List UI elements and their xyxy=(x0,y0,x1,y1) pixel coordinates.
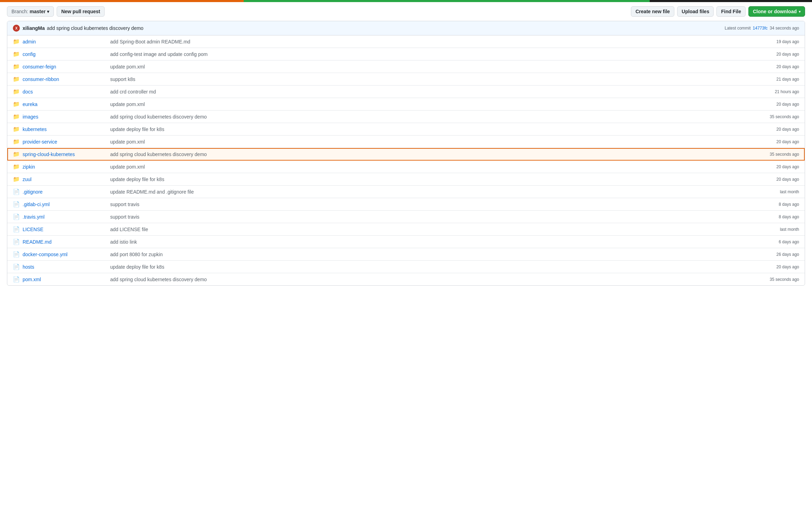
commit-info: xiliangMa add spring cloud kubernetes di… xyxy=(23,25,725,31)
time-cell: 19 days ago xyxy=(749,36,805,47)
file-link[interactable]: spring-cloud-kubernetes xyxy=(23,152,75,157)
file-link[interactable]: provider-service xyxy=(23,139,57,145)
file-link[interactable]: kubernetes xyxy=(23,127,47,132)
table-row: 📁 kubernetes update deploy file for k8s … xyxy=(7,123,805,136)
commit-message-cell: update pom.xml xyxy=(105,61,749,72)
time-cell: 21 days ago xyxy=(749,74,805,84)
commit-message-cell: add spring cloud kubernetes discovery de… xyxy=(105,274,749,285)
file-name-cell: 📄 .gitignore xyxy=(7,186,105,198)
file-link[interactable]: admin xyxy=(23,39,36,44)
time-cell: 20 days ago xyxy=(749,262,805,272)
file-link[interactable]: README.md xyxy=(23,239,51,245)
folder-icon: 📁 xyxy=(13,76,20,82)
time-cell: 8 days ago xyxy=(749,212,805,222)
file-link[interactable]: hosts xyxy=(23,264,34,270)
find-file-button[interactable]: Find File xyxy=(716,6,746,17)
table-row: 📄 hosts update deploy file for k8s 20 da… xyxy=(7,261,805,273)
file-link[interactable]: .gitlab-ci.yml xyxy=(23,202,50,207)
commit-message-cell: update pom.xml xyxy=(105,161,749,172)
time-cell: 20 days ago xyxy=(749,174,805,185)
folder-icon: 📁 xyxy=(13,38,20,45)
file-name-cell: 📁 provider-service xyxy=(7,136,105,148)
table-row: 📄 README.md add istio link 6 days ago xyxy=(7,236,805,248)
latest-commit-label: Latest commit xyxy=(725,26,751,31)
table-row: 📁 config add config-test image and updat… xyxy=(7,48,805,60)
latest-commit-row: X xiliangMa add spring cloud kubernetes … xyxy=(7,21,805,35)
time-cell: 20 days ago xyxy=(749,49,805,59)
commit-message-cell: update README.md and .gitignore file xyxy=(105,186,749,197)
file-link[interactable]: .gitignore xyxy=(23,189,43,195)
file-name-cell: 📁 config xyxy=(7,48,105,60)
table-row: 📁 docs add crd controller md 21 hours ag… xyxy=(7,86,805,98)
file-link[interactable]: zuul xyxy=(23,177,32,182)
file-link[interactable]: pom.xml xyxy=(23,277,41,282)
commit-message-cell: add LICENSE file xyxy=(105,224,749,235)
file-name-cell: 📁 kubernetes xyxy=(7,123,105,135)
file-name-cell: 📁 consumer-ribbon xyxy=(7,73,105,85)
table-row: 📄 docker-compose.yml add port 8080 for z… xyxy=(7,248,805,261)
commit-message-cell: update deploy file for k8s xyxy=(105,174,749,185)
table-row: 📁 spring-cloud-kubernetes add spring clo… xyxy=(7,148,805,161)
time-cell: 20 days ago xyxy=(749,99,805,109)
file-link[interactable]: config xyxy=(23,51,35,57)
file-name-cell: 📁 consumer-feign xyxy=(7,60,105,73)
commit-message-cell: add spring cloud kubernetes discovery de… xyxy=(105,149,749,160)
folder-icon: 📁 xyxy=(13,163,20,170)
time-cell: 35 seconds ago xyxy=(749,149,805,160)
file-name-cell: 📄 .gitlab-ci.yml xyxy=(7,198,105,210)
file-icon: 📄 xyxy=(13,238,20,245)
commit-message-cell: add istio link xyxy=(105,236,749,247)
table-row: 📁 consumer-ribbon support k8s 21 days ag… xyxy=(7,73,805,86)
file-name-cell: 📄 LICENSE xyxy=(7,223,105,235)
file-link[interactable]: images xyxy=(23,114,38,120)
time-cell: 35 seconds ago xyxy=(749,274,805,285)
table-row: 📄 pom.xml add spring cloud kubernetes di… xyxy=(7,273,805,285)
upload-files-button[interactable]: Upload files xyxy=(677,6,714,17)
file-link[interactable]: consumer-ribbon xyxy=(23,76,59,82)
file-link[interactable]: LICENSE xyxy=(23,227,43,232)
folder-icon: 📁 xyxy=(13,113,20,120)
folder-icon: 📁 xyxy=(13,63,20,70)
file-name-cell: 📁 admin xyxy=(7,35,105,48)
table-row: 📁 admin add Spring-Boot admin README.md … xyxy=(7,35,805,48)
file-link[interactable]: docker-compose.yml xyxy=(23,252,67,257)
time-cell: 26 days ago xyxy=(749,249,805,260)
branch-selector[interactable]: Branch: master ▾ xyxy=(7,6,54,17)
commit-message-cell: update deploy file for k8s xyxy=(105,261,749,272)
file-name-cell: 📄 docker-compose.yml xyxy=(7,248,105,260)
file-link[interactable]: docs xyxy=(23,89,33,95)
file-name-cell: 📄 README.md xyxy=(7,236,105,248)
time-cell: last month xyxy=(749,187,805,197)
file-link[interactable]: eureka xyxy=(23,101,38,107)
table-row: 📁 eureka update pom.xml 20 days ago xyxy=(7,98,805,111)
time-cell: 8 days ago xyxy=(749,199,805,210)
folder-icon: 📁 xyxy=(13,151,20,157)
table-row: 📄 .travis.yml support travis 8 days ago xyxy=(7,211,805,223)
file-name-cell: 📁 images xyxy=(7,111,105,123)
file-icon: 📄 xyxy=(13,226,20,233)
branch-name: master xyxy=(30,9,46,14)
file-icon: 📄 xyxy=(13,251,20,258)
commit-hash[interactable]: 14773fc xyxy=(753,26,768,31)
file-link[interactable]: consumer-feign xyxy=(23,64,56,70)
create-new-file-button[interactable]: Create new file xyxy=(631,6,674,17)
commit-message-cell: update pom.xml xyxy=(105,136,749,147)
commit-message-cell: update deploy file for k8s xyxy=(105,124,749,135)
time-cell: 21 hours ago xyxy=(749,87,805,97)
toolbar: Branch: master ▾ New pull request Create… xyxy=(0,2,812,21)
table-row: 📁 provider-service update pom.xml 20 day… xyxy=(7,136,805,148)
file-name-cell: 📄 .travis.yml xyxy=(7,211,105,223)
new-pull-request-button[interactable]: New pull request xyxy=(57,6,105,17)
commit-message-cell: add Spring-Boot admin README.md xyxy=(105,36,749,47)
clone-chevron-icon: ▾ xyxy=(799,10,801,14)
file-name-cell: 📄 pom.xml xyxy=(7,273,105,285)
time-cell: 20 days ago xyxy=(749,62,805,72)
commit-message: add spring cloud kubernetes discovery de… xyxy=(47,25,144,31)
file-link[interactable]: .travis.yml xyxy=(23,214,44,220)
clone-or-download-button[interactable]: Clone or download ▾ xyxy=(748,6,805,17)
folder-icon: 📁 xyxy=(13,176,20,182)
folder-icon: 📁 xyxy=(13,51,20,57)
file-name-cell: 📁 zipkin xyxy=(7,161,105,173)
time-cell: 35 seconds ago xyxy=(749,112,805,122)
file-link[interactable]: zipkin xyxy=(23,164,35,170)
